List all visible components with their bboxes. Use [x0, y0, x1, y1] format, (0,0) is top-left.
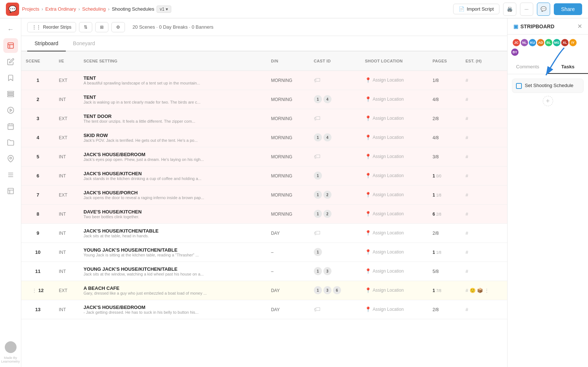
table-row[interactable]: 10INT YOUNG JACK'S HOUSE/KITCHEN/TABLE Y… — [21, 242, 507, 262]
action-more-icon[interactable]: ⋮ — [484, 288, 489, 293]
action-smiley-icon[interactable]: 🙂 — [470, 288, 476, 293]
table-row[interactable]: 3EXT TENT DOOR The tent door unzips. It … — [21, 109, 507, 128]
columns-button[interactable]: ⊞ — [95, 22, 108, 32]
table-row[interactable]: 1EXT TENT A beautiful sprawling landscap… — [21, 71, 507, 90]
location-assign[interactable]: 📍 Assign Location — [365, 268, 424, 274]
app-logo[interactable]: 💬 — [6, 3, 19, 16]
add-task-button[interactable]: + — [543, 96, 553, 106]
sidebar-back-icon[interactable]: ← — [3, 22, 18, 37]
shoot-location-cell[interactable]: 📍 Assign Location — [361, 204, 428, 223]
sidebar-settings-icon[interactable] — [3, 168, 18, 182]
version-selector[interactable]: v1 ▾ — [157, 6, 172, 13]
sidebar-chart-icon[interactable] — [3, 184, 18, 198]
collaborator-avatar[interactable]: IY — [569, 38, 577, 47]
breadcrumb-projects[interactable]: Projects — [22, 6, 39, 12]
sidebar-calendar-icon[interactable] — [3, 119, 18, 134]
table-row[interactable]: 7EXT JACK'S HOUSE/PORCH Jack opens the d… — [21, 185, 507, 204]
shoot-location-cell[interactable]: 📍 Assign Location — [361, 109, 428, 128]
scene-setting-cell[interactable]: YOUNG JACK'S HOUSE/KITCHEN/TABLE Jack si… — [79, 262, 266, 281]
shoot-location-cell[interactable]: 📍 Assign Location — [361, 166, 428, 185]
table-row[interactable]: 2INT TENT Jack is waking up in a tent cl… — [21, 90, 507, 109]
collaborator-avatar[interactable]: BY — [510, 48, 519, 57]
location-assign[interactable]: 📍 Assign Location — [365, 115, 424, 121]
shoot-location-cell[interactable]: 📍 Assign Location — [361, 223, 428, 242]
shoot-location-cell[interactable]: 📍 Assign Location — [361, 281, 428, 300]
table-row[interactable]: ⋮12EXT A BEACH CAFE Gary, dressed like a… — [21, 281, 507, 300]
scene-description: Jack sits at the table, head in hands. — [83, 234, 230, 238]
task-item[interactable]: Set Shooting Schedule — [512, 79, 584, 93]
import-script-button[interactable]: 📄 Import Script — [453, 4, 499, 14]
scene-setting-cell[interactable]: JACK'S HOUSE/KITCHEN/TABLE Jack sits at … — [79, 223, 266, 242]
sort-button[interactable]: ⇅ — [79, 22, 92, 32]
location-assign[interactable]: 📍 Assign Location — [365, 134, 424, 140]
tab-boneyard[interactable]: Boneyard — [66, 36, 103, 51]
table-row[interactable]: 13INT JACK'S HOUSE/BEDROOM - Jack gettin… — [21, 300, 507, 319]
location-assign[interactable]: 📍 Assign Location — [365, 287, 424, 293]
table-row[interactable]: 9INT JACK'S HOUSE/KITCHEN/TABLE Jack sit… — [21, 223, 507, 242]
location-assign[interactable]: 📍 Assign Location — [365, 96, 424, 102]
shoot-location-cell[interactable]: 📍 Assign Location — [361, 147, 428, 166]
collaborator-avatar[interactable]: MG — [552, 38, 561, 47]
user-avatar[interactable] — [5, 341, 17, 353]
shoot-location-cell[interactable]: 📍 Assign Location — [361, 90, 428, 109]
location-assign[interactable]: 📍 Assign Location — [365, 249, 424, 255]
shoot-location-cell[interactable]: 📍 Assign Location — [361, 242, 428, 262]
table-row[interactable]: 6INT JACK'S HOUSE/KITCHEN Jack stands in… — [21, 166, 507, 185]
reorder-strips-button[interactable]: ⋮⋮ Reorder Strips — [27, 22, 76, 32]
location-assign[interactable]: 📍 Assign Location — [365, 154, 424, 159]
sidebar-film-icon[interactable] — [3, 103, 18, 118]
table-row[interactable]: 5INT JACK'S HOUSE/BEDROOM Jack's eyes po… — [21, 147, 507, 166]
close-panel-button[interactable]: ✕ — [577, 23, 582, 30]
scene-setting-cell[interactable]: SKID ROW Jack's POV. Jack is terrified. … — [79, 128, 266, 147]
print-button[interactable]: 🖨️ — [503, 3, 516, 16]
scene-setting-cell[interactable]: TENT DOOR The tent door unzips. It feels… — [79, 109, 266, 128]
scene-setting-cell[interactable]: A BEACH CAFE Gary, dressed like a guy wh… — [79, 281, 266, 300]
collaborator-avatar[interactable]: JC — [512, 38, 521, 47]
scene-setting-cell[interactable]: YOUNG JACK'S HOUSE/KITCHEN/TABLE Young J… — [79, 242, 266, 262]
shoot-location-cell[interactable]: 📍 Assign Location — [361, 185, 428, 204]
tab-tasks[interactable]: Tasks — [548, 60, 588, 74]
scene-setting-cell[interactable]: DAVE'S HOUSE/KITCHEN Two beer bottles cl… — [79, 204, 266, 223]
task-checkbox[interactable] — [516, 83, 522, 89]
tab-stripboard[interactable]: Stripboard — [27, 36, 66, 51]
cast-id-cell: 🏷 — [309, 71, 361, 90]
table-row[interactable]: 11INT YOUNG JACK'S HOUSE/KITCHEN/TABLE J… — [21, 262, 507, 281]
shoot-location-cell[interactable]: 📍 Assign Location — [361, 262, 428, 281]
shoot-location-cell[interactable]: 📍 Assign Location — [361, 71, 428, 90]
breadcrumb-scheduling[interactable]: Scheduling — [82, 6, 105, 12]
sidebar-strip-icon[interactable] — [3, 87, 18, 101]
collaborator-avatar[interactable]: NL — [520, 38, 529, 47]
tab-comments[interactable]: Comments — [508, 60, 548, 74]
location-assign[interactable]: 📍 Assign Location — [365, 192, 424, 198]
table-row[interactable]: 8INT DAVE'S HOUSE/KITCHEN Two beer bottl… — [21, 204, 507, 223]
settings-button[interactable]: ⚙ — [111, 22, 125, 32]
share-button[interactable]: Share — [554, 3, 582, 15]
location-assign[interactable]: 📍 Assign Location — [365, 77, 424, 83]
location-assign[interactable]: 📍 Assign Location — [365, 230, 424, 236]
sidebar-schedule-icon[interactable] — [3, 38, 18, 53]
breadcrumb-project[interactable]: Extra Ordinary — [45, 6, 76, 12]
scene-setting-cell[interactable]: JACK'S HOUSE/BEDROOM Jack's eyes pop ope… — [79, 147, 266, 166]
location-assign[interactable]: 📍 Assign Location — [365, 211, 424, 217]
sidebar-bookmark-icon[interactable] — [3, 71, 18, 85]
chat-button[interactable]: 💬 — [537, 3, 550, 16]
scene-setting-cell[interactable]: JACK'S HOUSE/BEDROOM - Jack getting dres… — [79, 300, 266, 319]
scene-setting-cell[interactable]: JACK'S HOUSE/PORCH Jack opens the door t… — [79, 185, 266, 204]
shoot-location-cell[interactable]: 📍 Assign Location — [361, 300, 428, 319]
scene-setting-cell[interactable]: TENT A beautiful sprawling landscape of … — [79, 71, 266, 90]
collaborator-avatar[interactable]: XL — [560, 38, 569, 47]
location-assign[interactable]: 📍 Assign Location — [365, 173, 424, 179]
collaborator-avatar[interactable]: BL — [544, 38, 553, 47]
collaborator-avatar[interactable]: AD — [536, 38, 545, 47]
collaborator-avatar[interactable]: KU — [528, 38, 537, 47]
action-box-icon[interactable]: 📦 — [477, 288, 483, 293]
shoot-location-cell[interactable]: 📍 Assign Location — [361, 128, 428, 147]
scene-setting-cell[interactable]: TENT Jack is waking up in a tent clearly… — [79, 90, 266, 109]
scene-setting-cell[interactable]: JACK'S HOUSE/KITCHEN Jack stands in the … — [79, 166, 266, 185]
more-options-button[interactable]: ··· — [520, 3, 533, 16]
table-row[interactable]: 4EXT SKID ROW Jack's POV. Jack is terrif… — [21, 128, 507, 147]
location-assign[interactable]: 📍 Assign Location — [365, 306, 424, 312]
sidebar-edit-icon[interactable] — [3, 54, 18, 69]
sidebar-location-icon[interactable] — [3, 151, 18, 166]
sidebar-folder-icon[interactable] — [3, 135, 18, 150]
